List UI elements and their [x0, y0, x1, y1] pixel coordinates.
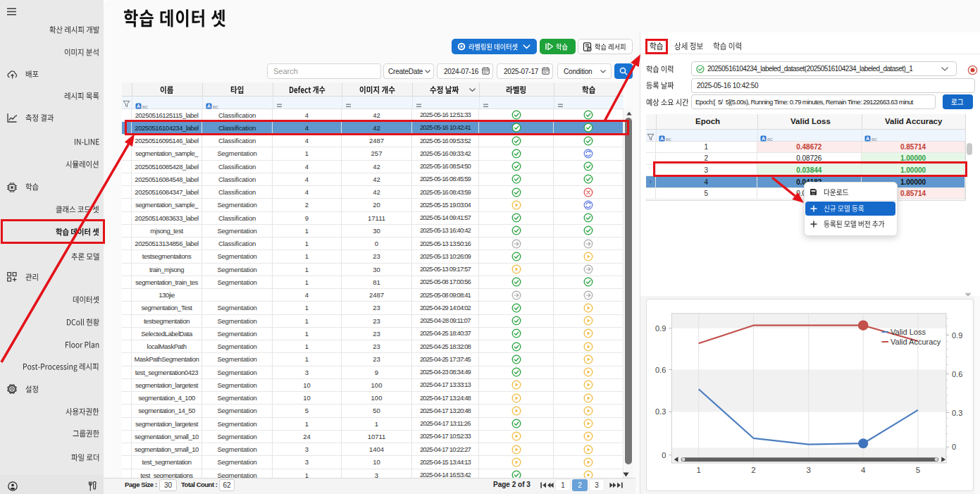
svg-text:A: A [137, 104, 140, 109]
svg-text:A: A [207, 104, 211, 109]
svg-text:0.3: 0.3 [952, 409, 962, 417]
svg-text:3: 3 [807, 466, 811, 474]
svg-text:0.9: 0.9 [952, 331, 962, 340]
svg-text:0: 0 [662, 451, 666, 459]
svg-text:0: 0 [952, 443, 956, 451]
svg-text:Valid Accuracy: Valid Accuracy [891, 338, 941, 346]
svg-text:0.9: 0.9 [655, 324, 666, 333]
svg-text:A: A [866, 136, 869, 141]
svg-text:0.6: 0.6 [655, 366, 666, 374]
svg-text:0.6: 0.6 [952, 370, 962, 378]
svg-text:5: 5 [916, 466, 920, 474]
svg-text:0.3: 0.3 [655, 407, 666, 416]
svg-text:1: 1 [696, 466, 700, 474]
svg-text:BC: BC [142, 104, 148, 109]
svg-text:A: A [761, 136, 764, 141]
svg-text:2: 2 [751, 466, 755, 474]
svg-text:4: 4 [861, 466, 866, 474]
svg-text:BC: BC [213, 104, 218, 109]
svg-text:A: A [660, 136, 664, 141]
svg-text:Valid Loss: Valid Loss [891, 328, 926, 336]
